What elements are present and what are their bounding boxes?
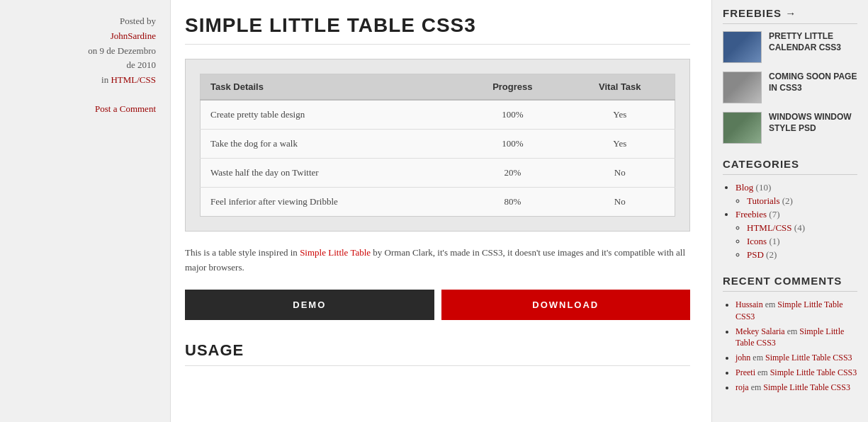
category-blog: Blog (10) Tutorials (2) xyxy=(735,182,857,207)
em-text: em xyxy=(757,367,768,377)
task-cell: Feel inferior after viewing Dribble xyxy=(201,188,461,217)
col-task-details: Task Details xyxy=(201,74,461,101)
vital-cell: No xyxy=(565,159,675,188)
category-tutorials-count: (2) xyxy=(782,195,793,206)
category-htmlcss-link[interactable]: HTML/CSS xyxy=(747,222,792,233)
simple-little-table-link[interactable]: Simple Little Table xyxy=(300,247,371,258)
desc-text-before: This is a table style inspired in xyxy=(185,247,300,258)
category-htmlcss: HTML/CSS (4) xyxy=(747,222,857,234)
em-text: em xyxy=(751,382,762,392)
freebie-item-3: Windows Window Style PSD xyxy=(723,112,857,144)
page-title: Simple Little Table CSS3 xyxy=(185,14,690,45)
table-row: Create pretty table design 100% Yes xyxy=(201,100,675,130)
author-link[interactable]: JohnSardine xyxy=(111,30,156,41)
category-psd: PSD (2) xyxy=(747,249,857,261)
page-wrapper: Posted by JohnSardine on 9 de Dezembro d… xyxy=(0,0,868,422)
category-icons: Icons (1) xyxy=(747,236,857,247)
recent-comment-item: Hussain em Simple Little Table CSS3 xyxy=(735,299,857,323)
right-sidebar: Freebies → Pretty Little Calendar CSS3 C… xyxy=(712,0,868,422)
category-tutorials: Tutorials (2) xyxy=(747,195,857,207)
categories-title: Categories xyxy=(723,158,857,175)
freebie-item-2: Coming Soon Page In CSS3 xyxy=(723,72,857,103)
comment-author-link[interactable]: roja xyxy=(735,382,749,392)
posted-by-label: Posted by xyxy=(120,16,156,26)
category-freebies-count: (7) xyxy=(769,209,779,219)
task-cell: Waste half the day on Twitter xyxy=(201,159,461,188)
freebie-label-3: Windows Window Style PSD xyxy=(769,112,857,134)
description: This is a table style inspired in Simple… xyxy=(185,246,690,275)
recent-comment-item: john em Simple Little Table CSS3 xyxy=(735,352,857,364)
comment-author-link[interactable]: Hussain xyxy=(735,300,763,309)
download-button[interactable]: DOWNLOAD xyxy=(441,290,691,320)
category-freebies-link[interactable]: Freebies xyxy=(735,209,767,219)
categories-list: Blog (10) Tutorials (2) Freebies (7) HTM… xyxy=(723,182,857,261)
recent-comments-title: Recent Comments xyxy=(723,275,857,292)
table-row: Take the dog for a walk 100% Yes xyxy=(201,130,675,159)
recent-comment-item: Mekey Salaria em Simple Little Table CSS… xyxy=(735,326,857,350)
em-text: em xyxy=(765,300,776,309)
progress-cell: 80% xyxy=(460,188,565,217)
category-icons-count: (1) xyxy=(769,236,779,246)
recent-comment-item: roja em Simple Little Table CSS3 xyxy=(735,382,857,394)
recent-comments-section: Recent Comments Hussain em Simple Little… xyxy=(723,275,857,394)
vital-cell: Yes xyxy=(565,100,675,130)
vital-cell: No xyxy=(565,188,675,217)
freebie-label-2: Coming Soon Page In CSS3 xyxy=(769,72,857,93)
category-blog-link[interactable]: Blog xyxy=(735,182,753,193)
table-container: Task Details Progress Vital Task Create … xyxy=(185,59,690,232)
category-psd-link[interactable]: PSD xyxy=(747,249,764,260)
category-htmlcss-count: (4) xyxy=(794,222,805,233)
comment-author-link[interactable]: john xyxy=(735,353,750,363)
category-blog-count: (10) xyxy=(756,182,772,193)
freebie-thumb-3 xyxy=(723,112,762,144)
category-prefix: in xyxy=(101,74,108,85)
comment-author-link[interactable]: Mekey Salaria xyxy=(735,326,785,336)
recent-comment-item: Preeti em Simple Little Table CSS3 xyxy=(735,367,857,379)
category-freebies: Freebies (7) HTML/CSS (4) Icons (1) PSD … xyxy=(735,209,857,261)
col-progress: Progress xyxy=(460,74,565,101)
sub-list-freebies: HTML/CSS (4) Icons (1) PSD (2) xyxy=(735,222,857,261)
comment-post-link[interactable]: Simple Little Table CSS3 xyxy=(770,367,857,377)
freebies-section: Freebies → Pretty Little Calendar CSS3 C… xyxy=(723,7,857,144)
demo-table: Task Details Progress Vital Task Create … xyxy=(200,74,675,217)
table-row: Feel inferior after viewing Dribble 80% … xyxy=(201,188,675,217)
col-vital-task: Vital Task xyxy=(565,74,675,101)
usage-title: Usage xyxy=(185,341,690,366)
freebies-title: Freebies → xyxy=(723,7,857,24)
progress-cell: 100% xyxy=(460,100,565,130)
task-cell: Create pretty table design xyxy=(201,100,461,130)
freebie-thumb-2 xyxy=(723,72,762,103)
buttons-row: DEMO DOWNLOAD xyxy=(185,290,690,320)
table-row: Waste half the day on Twitter 20% No xyxy=(201,159,675,188)
table-header-row: Task Details Progress Vital Task xyxy=(201,74,675,101)
progress-cell: 20% xyxy=(460,159,565,188)
task-cell: Take the dog for a walk xyxy=(201,130,461,159)
em-text: em xyxy=(753,353,763,363)
demo-button[interactable]: DEMO xyxy=(185,290,434,320)
recent-comments-list: Hussain em Simple Little Table CSS3Mekey… xyxy=(723,299,857,394)
progress-cell: 100% xyxy=(460,130,565,159)
category-tutorials-link[interactable]: Tutorials xyxy=(747,195,779,206)
em-text: em xyxy=(787,326,798,336)
category-link[interactable]: HTML/CSS xyxy=(111,74,156,85)
vital-cell: Yes xyxy=(565,130,675,159)
comment-post-link[interactable]: Simple Little Table CSS3 xyxy=(763,382,850,392)
date-suffix: de 2010 xyxy=(126,59,156,70)
comment-author-link[interactable]: Preeti xyxy=(735,367,755,377)
categories-section: Categories Blog (10) Tutorials (2) Freeb… xyxy=(723,158,857,261)
freebie-item-1: Pretty Little Calendar CSS3 xyxy=(723,31,857,63)
left-sidebar: Posted by JohnSardine on 9 de Dezembro d… xyxy=(0,0,170,422)
main-content: Simple Little Table CSS3 Task Details Pr… xyxy=(170,0,712,422)
freebie-thumb-1 xyxy=(723,31,762,63)
post-comment-link[interactable]: Post a Comment xyxy=(21,102,156,117)
date-prefix: on 9 de Dezembro xyxy=(88,45,156,56)
sub-list-blog: Tutorials (2) xyxy=(735,195,857,207)
comment-post-link[interactable]: Simple Little Table CSS3 xyxy=(765,353,852,363)
freebie-label-1: Pretty Little Calendar CSS3 xyxy=(769,31,857,53)
category-psd-count: (2) xyxy=(766,249,777,260)
category-icons-link[interactable]: Icons xyxy=(747,236,767,246)
